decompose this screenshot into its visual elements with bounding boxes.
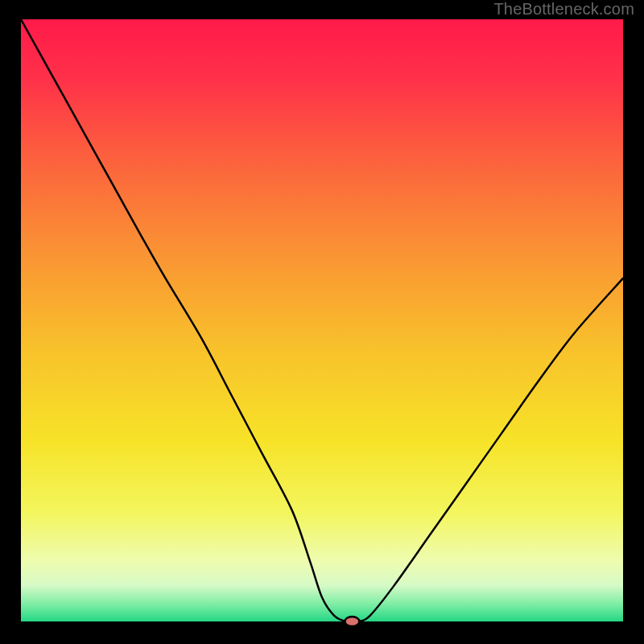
optimum-marker [345, 617, 359, 626]
chart-root: TheBottleneck.com [0, 0, 644, 644]
watermark-text: TheBottleneck.com [493, 0, 634, 19]
bottleneck-chart [0, 0, 644, 644]
plot-background [21, 19, 623, 621]
